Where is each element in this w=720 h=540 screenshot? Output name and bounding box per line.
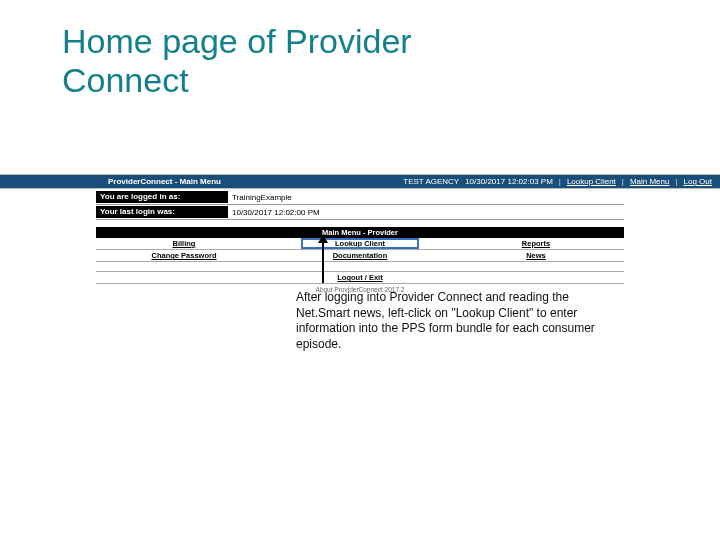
info-row-lastlogin: Your last login was: 10/30/2017 12:02:00…: [96, 206, 624, 218]
lastlogin-label: Your last login was:: [96, 206, 228, 218]
menu-cell-billing: Billing: [96, 238, 272, 249]
topbar-link-mainmenu[interactable]: Main Menu: [630, 177, 670, 186]
topbar-right: TEST AGENCY 10/30/2017 12:02:03 PM | Loo…: [403, 177, 712, 186]
separator: |: [622, 177, 624, 186]
loggedin-value: TrainingExample: [228, 193, 292, 202]
topbar-timestamp: 10/30/2017 12:02:03 PM: [465, 177, 553, 186]
topbar-title: ProviderConnect - Main Menu: [8, 177, 221, 186]
loggedin-label: You are logged in as:: [96, 191, 228, 203]
menu-cell-documentation: Documentation: [272, 250, 448, 261]
slide-caption: After logging into Provider Connect and …: [296, 290, 606, 352]
menu-link-change-password[interactable]: Change Password: [151, 251, 216, 260]
menu-cell-lookup: Lookup Client: [272, 238, 448, 249]
login-info: You are logged in as: TrainingExample Yo…: [0, 189, 720, 220]
topbar-agency: TEST AGENCY: [403, 177, 459, 186]
main-menu: Main Menu - Provider Billing Lookup Clie…: [0, 221, 720, 293]
menu-header: Main Menu - Provider: [96, 227, 624, 238]
topbar-link-lookup[interactable]: Lookup Client: [567, 177, 616, 186]
menu-row-2: Change Password Documentation News: [96, 250, 624, 262]
app-topbar: ProviderConnect - Main Menu TEST AGENCY …: [0, 174, 720, 189]
menu-link-billing[interactable]: Billing: [173, 239, 196, 248]
separator: |: [675, 177, 677, 186]
separator: |: [559, 177, 561, 186]
divider: [96, 219, 624, 220]
menu-link-documentation[interactable]: Documentation: [333, 251, 388, 260]
spacer-row: [96, 262, 624, 272]
app-screenshot: ProviderConnect - Main Menu TEST AGENCY …: [0, 174, 720, 293]
menu-row-3: Logout / Exit: [96, 272, 624, 284]
menu-link-news[interactable]: News: [526, 251, 546, 260]
menu-cell-logout: Logout / Exit: [329, 272, 390, 283]
menu-link-lookup-client[interactable]: Lookup Client: [335, 239, 385, 248]
info-row-user: You are logged in as: TrainingExample: [96, 191, 624, 203]
menu-cell-changepw: Change Password: [96, 250, 272, 261]
menu-row-1: Billing Lookup Client Reports: [96, 238, 624, 250]
menu-cell-reports: Reports: [448, 238, 624, 249]
topbar-link-logout[interactable]: Log Out: [684, 177, 712, 186]
menu-link-logout[interactable]: Logout / Exit: [337, 273, 382, 282]
divider: [96, 204, 624, 205]
menu-link-reports[interactable]: Reports: [522, 239, 550, 248]
arrow-icon: [322, 241, 324, 283]
menu-cell-news: News: [448, 250, 624, 261]
lastlogin-value: 10/30/2017 12:02:00 PM: [228, 208, 320, 217]
slide-title: Home page of Provider Connect: [0, 0, 500, 100]
